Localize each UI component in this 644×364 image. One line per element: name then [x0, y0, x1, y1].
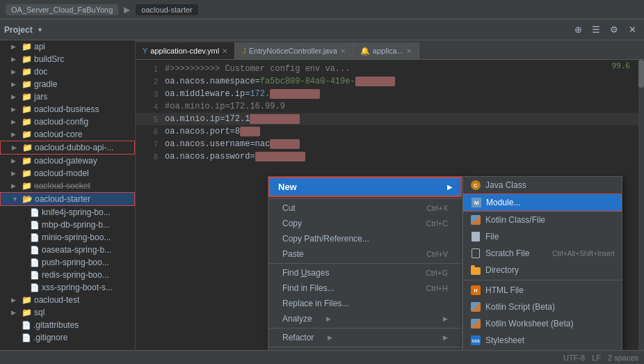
tree-item-api[interactable]: ▶ 📁 api: [0, 40, 135, 53]
arrow-icon: ▶: [11, 182, 19, 189]
menu-item-copy[interactable]: Copy Ctrl+C: [268, 216, 462, 231]
arrow-icon: ▶: [11, 106, 19, 113]
html-label: HTML File: [485, 285, 524, 295]
submenu-item-kotlin-worksheet[interactable]: Kotlin Worksheet (Beta): [463, 315, 622, 332]
file-icon: 📄: [30, 283, 40, 292]
menu-item-analyze[interactable]: Analyze ▶: [268, 311, 462, 326]
tree-label: push-spring-boo...: [42, 258, 109, 267]
directory-icon: [470, 264, 481, 276]
folder-icon: 📁: [22, 104, 32, 114]
main-area: ▶ 📁 api ▶ 📁 buildSrc ▶ 📁 doc ▶ 📁 gradle …: [0, 40, 644, 350]
menu-item-bookmarks[interactable]: Bookmarks ▶: [268, 349, 462, 350]
toolbar-locate[interactable]: ⊕: [570, 22, 586, 38]
tree-item-starter[interactable]: ▼ 📂 oacloud-starter: [0, 192, 135, 206]
submenu-item-module[interactable]: M Module...: [463, 193, 622, 212]
tree-item-core[interactable]: ▶ 📁 oacloud-core: [0, 128, 135, 141]
menu-item-find-files[interactable]: Find in Files... Ctrl+H: [268, 280, 462, 296]
tree-label: oacloud-socket: [34, 181, 90, 191]
tree-item-oaseata[interactable]: 📄 oaseata-spring-b...: [0, 244, 135, 256]
file-icon: 📄: [30, 208, 40, 217]
line-ending[interactable]: LF: [592, 354, 601, 362]
submenu-item-stylesheet[interactable]: css Stylesheet: [463, 332, 622, 349]
indent[interactable]: 2 spaces: [608, 354, 638, 362]
tree-item-sql[interactable]: ▶ 📁 sql: [0, 306, 135, 319]
menu-item-new[interactable]: New ▶: [268, 177, 462, 197]
cut-label: Cut: [282, 203, 296, 213]
file-icon: 📄: [30, 221, 40, 230]
tree-label: oacloud-dubbo-api-...: [35, 143, 113, 152]
tree-item-dubbo[interactable]: ▶ 📁 oacloud-dubbo-api-...: [0, 141, 135, 155]
refactor-label: Refactor: [282, 333, 314, 342]
arrow-icon: ▶: [11, 93, 19, 100]
tree-label: gradle: [34, 79, 57, 89]
tree-item-buildsrc[interactable]: ▶ 📁 buildSrc: [0, 53, 135, 65]
menu-item-refactor[interactable]: Refactor ▶: [268, 330, 462, 345]
tree-label: .gitignore: [33, 333, 67, 342]
toolbar-options[interactable]: ⚙: [606, 22, 622, 38]
tree-item-socket[interactable]: ▶ 📁 oacloud-socket: [0, 180, 135, 192]
submenu-item-file[interactable]: File: [463, 228, 622, 245]
submenu: C Java Class M Module... Kotlin Class/Fi…: [462, 176, 622, 350]
tree-item-test[interactable]: ▶ 📁 oacloud-test: [0, 294, 135, 306]
tree-label: oacloud-business: [34, 104, 99, 114]
scrollbar[interactable]: [638, 60, 644, 350]
scratch-shortcut: Ctrl+Alt+Shift+Insert: [552, 250, 615, 258]
kotlin-worksheet-label: Kotlin Worksheet (Beta): [485, 319, 574, 329]
menu-item-cut[interactable]: Cut Ctrl+X: [268, 200, 462, 216]
tree-item-gateway[interactable]: ▶ 📁 oacloud-gateway: [0, 155, 135, 167]
tree-item-doc[interactable]: ▶ 📁 doc: [0, 65, 135, 78]
tree-item-push[interactable]: 📄 push-spring-boo...: [0, 256, 135, 269]
arrow-icon: ▶: [11, 118, 19, 125]
menu-item-paste[interactable]: Paste Ctrl+V: [268, 246, 462, 262]
submenu-item-kotlin[interactable]: Kotlin Class/File: [463, 212, 622, 228]
scratch-label: Scratch File: [485, 248, 529, 258]
tab-other[interactable]: 🔔 applica... ✕: [353, 42, 419, 59]
tree-item-gradle[interactable]: ▶ 📁 gradle: [0, 78, 135, 90]
tree-label: oacloud-starter: [35, 194, 90, 204]
tree-label: minio-spring-boo...: [42, 232, 111, 242]
menu-item-copy-path[interactable]: Copy Path/Reference...: [268, 231, 462, 246]
tree-item-config[interactable]: ▶ 📁 oacloud-config: [0, 116, 135, 128]
tree-item-gitignore[interactable]: 📄 .gitignore: [0, 331, 135, 344]
arrow-icon: ▶: [12, 144, 20, 151]
tree-item-xss[interactable]: 📄 xss-spring-boot-s...: [0, 281, 135, 294]
file-icon: 📄: [22, 321, 31, 330]
menu-item-find-usages[interactable]: Find Usages Ctrl+G: [268, 265, 462, 280]
tree-item-business[interactable]: ▶ 📁 oacloud-business: [0, 103, 135, 116]
tree-item-mbp[interactable]: 📄 mbp-db-spring-b...: [0, 219, 135, 231]
submenu-item-kotlin-script[interactable]: Kotlin Script (Beta): [463, 299, 622, 315]
tree-item-knife4j[interactable]: 📄 knife4j-spring-bo...: [0, 206, 135, 219]
submenu-item-directory[interactable]: Directory: [463, 262, 622, 278]
tree-item-minio[interactable]: 📄 minio-spring-boo...: [0, 231, 135, 244]
submenu-item-javascript[interactable]: JS JavaScript File: [463, 349, 622, 350]
submenu-item-scratch[interactable]: Scratch File Ctrl+Alt+Shift+Insert: [463, 245, 622, 262]
tab-java[interactable]: J EntryNoticeController.java ✕: [235, 42, 353, 59]
file-icon: 📄: [30, 258, 40, 267]
submenu-item-java-class[interactable]: C Java Class: [463, 177, 622, 193]
tab-label: application-cdev.yml: [150, 47, 219, 55]
tree-item-jars[interactable]: ▶ 📁 jars: [0, 90, 135, 103]
project-title: OA_Server_Cloud_FaBuYong: [6, 4, 118, 15]
tab-close-btn[interactable]: ✕: [340, 47, 346, 55]
tab-close-btn[interactable]: ✕: [222, 47, 227, 55]
arrow-icon: ▶: [11, 170, 19, 177]
toolbar: Project ▾ ⊕ ☰ ⚙ ✕: [0, 19, 644, 40]
toolbar-close[interactable]: ✕: [625, 22, 640, 38]
tree-item-model[interactable]: ▶ 📁 oacloud-model: [0, 167, 135, 180]
scroll-thumb[interactable]: [638, 60, 644, 88]
editor-tabs: Y application-cdev.yml ✕ J EntryNoticeCo…: [136, 40, 644, 60]
css-icon: css: [470, 335, 481, 346]
code-line-1: 1 #>>>>>>>>>> Customer config env va...: [136, 63, 644, 75]
tree-item-gitattributes[interactable]: 📄 .gitattributes: [0, 319, 135, 331]
java-file-icon: J: [242, 47, 246, 55]
menu-item-replace[interactable]: Replace in Files...: [268, 296, 462, 311]
encoding[interactable]: UTF-8: [563, 354, 585, 362]
folder-icon: 📁: [22, 54, 32, 64]
tab-yml[interactable]: Y application-cdev.yml ✕: [136, 42, 235, 59]
panel-dropdown[interactable]: ▾: [38, 26, 42, 33]
toolbar-sort[interactable]: ☰: [588, 22, 604, 38]
tab-close-btn[interactable]: ✕: [406, 47, 412, 55]
submenu-item-html[interactable]: H HTML File: [463, 282, 622, 299]
code-line-4: 4 #oa.minio.ip=172.16.99.9: [136, 100, 644, 113]
tree-item-redis[interactable]: 📄 redis-spring-boo...: [0, 269, 135, 281]
